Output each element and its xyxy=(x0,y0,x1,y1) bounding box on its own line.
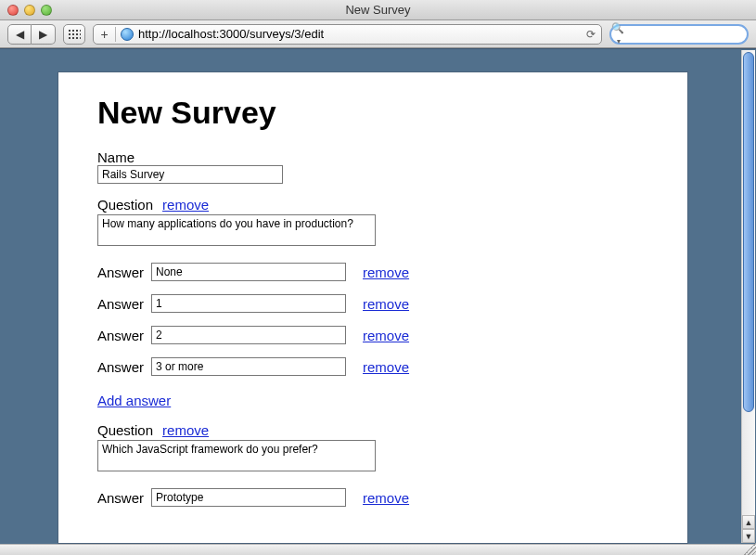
add-bookmark-button[interactable]: + xyxy=(94,27,116,42)
window-titlebar: New Survey xyxy=(0,0,756,20)
search-input[interactable] xyxy=(624,28,756,41)
scrollbar-track[interactable] xyxy=(742,52,755,513)
search-icon: 🔍 xyxy=(611,22,624,45)
chevron-right-icon: ▶ xyxy=(39,28,47,41)
answer-input[interactable] xyxy=(151,488,346,507)
answer-label: Answer xyxy=(97,328,144,343)
answer-label: Answer xyxy=(97,265,144,280)
address-bar: + ⟳ xyxy=(93,24,602,45)
close-window-button[interactable] xyxy=(7,5,19,16)
forward-button[interactable]: ▶ xyxy=(32,24,56,45)
answer-row: Answer remove xyxy=(97,326,648,344)
status-bar xyxy=(0,544,756,555)
remove-answer-link[interactable]: remove xyxy=(363,359,409,375)
remove-answer-link[interactable]: remove xyxy=(363,265,409,280)
zoom-window-button[interactable] xyxy=(41,5,52,16)
grid-icon xyxy=(68,29,81,40)
question-textarea[interactable] xyxy=(97,440,376,471)
answer-row: Answer remove xyxy=(97,357,648,376)
answer-input[interactable] xyxy=(151,357,346,376)
question-block: Question remove Answer remove xyxy=(97,422,648,507)
chevron-left-icon: ◀ xyxy=(16,28,24,41)
window-title: New Survey xyxy=(0,3,756,17)
add-answer-link[interactable]: Add answer xyxy=(97,393,171,408)
reload-button[interactable]: ⟳ xyxy=(581,28,601,41)
remove-answer-link[interactable]: remove xyxy=(363,490,409,506)
remove-question-link[interactable]: remove xyxy=(162,197,209,213)
browser-toolbar: ◀ ▶ + ⟳ 🔍 xyxy=(0,20,756,48)
back-button[interactable]: ◀ xyxy=(7,24,32,45)
page: New Survey Name Question remove Answer r… xyxy=(58,71,688,544)
resize-grip[interactable] xyxy=(742,541,756,555)
vertical-scrollbar[interactable]: ▲ ▼ xyxy=(741,50,755,543)
browser-viewport: New Survey Name Question remove Answer r… xyxy=(0,48,756,544)
remove-answer-link[interactable]: remove xyxy=(363,296,409,312)
answer-input[interactable] xyxy=(151,326,346,344)
question-label: Question xyxy=(97,422,153,438)
name-label: Name xyxy=(97,149,648,165)
url-input[interactable] xyxy=(138,25,581,44)
answer-row: Answer remove xyxy=(97,263,648,281)
page-title: New Survey xyxy=(97,95,648,131)
answer-row: Answer remove xyxy=(97,488,648,507)
nav-back-forward: ◀ ▶ xyxy=(7,24,56,45)
answer-label: Answer xyxy=(97,296,144,312)
answer-label: Answer xyxy=(97,490,144,506)
globe-icon xyxy=(121,28,134,41)
traffic-lights xyxy=(0,5,52,16)
question-label: Question xyxy=(97,197,153,213)
name-input[interactable] xyxy=(97,165,283,184)
question-block: Question remove Answer remove Answer rem… xyxy=(97,197,648,409)
name-field: Name xyxy=(97,149,648,184)
minimize-window-button[interactable] xyxy=(24,5,35,16)
search-bar: 🔍 xyxy=(609,24,749,45)
answer-input[interactable] xyxy=(151,294,346,313)
scrollbar-thumb[interactable] xyxy=(743,52,754,412)
answer-input[interactable] xyxy=(151,263,346,281)
readinglist-button[interactable] xyxy=(63,24,85,45)
scrollbar-up-button[interactable]: ▲ xyxy=(742,515,755,529)
answer-row: Answer remove xyxy=(97,294,648,313)
remove-question-link[interactable]: remove xyxy=(162,422,209,438)
question-textarea[interactable] xyxy=(97,214,376,246)
remove-answer-link[interactable]: remove xyxy=(363,328,409,343)
answer-label: Answer xyxy=(97,359,144,375)
